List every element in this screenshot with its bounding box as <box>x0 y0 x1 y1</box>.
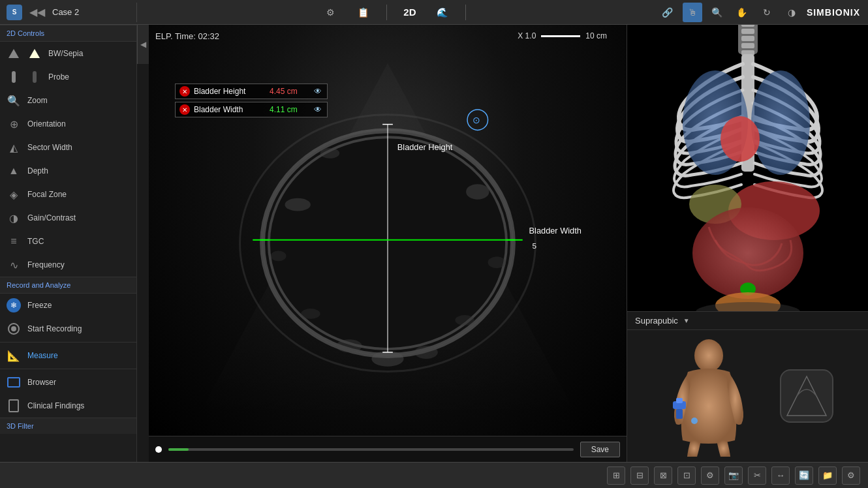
sidebar-label-gain-contrast: Gain/Contrast <box>27 213 76 222</box>
sidebar-label-zoom: Zoom <box>27 96 48 105</box>
svg-point-11 <box>414 346 437 359</box>
top-bar-icon-1[interactable]: ⚙ <box>321 3 341 22</box>
save-button[interactable]: Save <box>580 442 620 457</box>
sidebar-item-zoom[interactable]: 🔍 Zoom <box>0 89 136 112</box>
sidebar-item-freeze[interactable]: ❄ Freeze <box>0 294 136 317</box>
bottom-btn-tool1[interactable]: ⚙ <box>701 466 719 485</box>
mbox-label-width: Bladder Width <box>194 105 266 114</box>
svg-point-14 <box>455 315 474 326</box>
sidebar-section-2d-controls: 2D Controls <box>0 25 136 42</box>
mbox-label-height: Bladder Height <box>194 87 266 96</box>
sidebar-item-focal-zone[interactable]: ◈ Focal Zone <box>0 183 136 206</box>
measurement-boxes: ✕ Bladder Height 4.45 cm 👁 ✕ Bladder Wid… <box>175 84 328 117</box>
sidebar-divider-2 <box>0 369 136 369</box>
tgc-icon: ≡ <box>7 234 21 249</box>
sidebar-section-record: Record and Analyze <box>0 277 136 294</box>
sidebar-item-start-recording[interactable]: Start Recording <box>0 317 136 341</box>
bottom-btn-clip[interactable]: ✂ <box>748 466 766 485</box>
sidebar-item-frequency[interactable]: ∿ Frequency <box>0 253 136 277</box>
sidebar-item-bw-sepia[interactable]: BW/Sepia <box>0 42 136 65</box>
sidebar-label-tgc: TGC <box>27 237 44 246</box>
scale-label: X 1.0 <box>518 31 536 40</box>
close-width-button[interactable]: ✕ <box>179 104 190 115</box>
bottom-btn-settings[interactable]: ⚙ <box>842 466 860 485</box>
sepia-icon <box>27 46 42 61</box>
depth-icon: ▲ <box>7 164 21 178</box>
top-bar-center: ⚙ 📋 2D 🌊 <box>137 3 650 22</box>
sidebar-label-depth: Depth <box>27 166 48 175</box>
bottom-btn-size[interactable]: ↔ <box>771 466 790 485</box>
svg-point-13 <box>301 309 320 319</box>
mbox-value-width: 4.11 cm <box>270 105 309 114</box>
collapse-button[interactable]: ◀ <box>137 25 149 64</box>
svg-point-10 <box>336 339 362 352</box>
suprapubic-dropdown-arrow[interactable]: ▼ <box>683 317 690 324</box>
svg-point-56 <box>694 339 723 372</box>
case-title: Case 2 <box>52 7 79 17</box>
orientation-icon: ⊕ <box>7 117 21 131</box>
bottom-btn-layout4[interactable]: ⊡ <box>677 466 696 485</box>
bottom-btn-camera[interactable]: 📷 <box>724 466 743 485</box>
gain-contrast-icon: ◑ <box>7 211 21 225</box>
bottom-btn-rotate[interactable]: 🔄 <box>795 466 813 485</box>
top-bar-icon-3[interactable]: 🌊 <box>433 3 452 22</box>
bottom-btn-layout3[interactable]: ⊠ <box>654 466 672 485</box>
focal-zone-icon: ◈ <box>7 187 21 202</box>
ultrasound-view: 0 5 10 Bladder Height Bladder Width 5 ⊙ … <box>149 25 627 462</box>
freeze-icon: ❄ <box>7 298 21 313</box>
sidebar-item-probe[interactable]: Probe <box>0 65 136 89</box>
top-bar-icon-2[interactable]: 📋 <box>354 3 373 22</box>
measurement-box-height: ✕ Bladder Height 4.45 cm 👁 <box>175 84 328 99</box>
timeline-dot <box>155 446 162 453</box>
anatomy-svg <box>630 25 865 312</box>
bottom-btn-layout2[interactable]: ⊟ <box>630 466 649 485</box>
sidebar: 2D Controls BW/Sepia Probe 🔍 Zoom <box>0 25 137 462</box>
mbox-value-height: 4.45 cm <box>270 87 309 96</box>
sidebar-label-sector-width: Sector Width <box>27 143 72 152</box>
sidebar-item-orientation[interactable]: ⊕ Orientation <box>0 112 136 136</box>
sidebar-label-focal-zone: Focal Zone <box>27 190 67 199</box>
separator-2 <box>465 5 466 20</box>
ultrasound-header: ELP. Time: 02:32 <box>155 31 219 41</box>
mode-2d-button[interactable]: 2D <box>400 3 420 22</box>
svg-point-47 <box>721 116 760 162</box>
top-bar-left: S ◀◀ Case 2 <box>0 3 137 22</box>
sidebar-item-tgc[interactable]: ≡ TGC <box>0 230 136 253</box>
close-height-button[interactable]: ✕ <box>179 86 190 97</box>
sidebar-label-bw-sepia: BW/Sepia <box>48 49 83 58</box>
zoom-icon-btn[interactable]: 🔍 <box>707 3 727 22</box>
timeline-bar[interactable] <box>168 448 574 451</box>
measurement-box-width: ✕ Bladder Width 4.11 cm 👁 <box>175 102 328 117</box>
ultrasound-scale: X 1.0 10 cm <box>518 31 607 40</box>
refresh-icon-btn[interactable]: ↻ <box>757 3 777 22</box>
link-icon-btn[interactable]: 🔗 <box>658 3 677 22</box>
eye-height-button[interactable]: 👁 <box>313 86 323 97</box>
svg-text:⊙: ⊙ <box>473 115 480 125</box>
sidebar-divider-1 <box>0 342 136 343</box>
svg-text:5: 5 <box>532 241 536 251</box>
probe-icon-light <box>7 70 21 84</box>
sidebar-item-sector-width[interactable]: ◭ Sector Width <box>0 136 136 159</box>
browser-icon <box>7 375 21 389</box>
bottom-btn-layout1[interactable]: ⊞ <box>607 466 625 485</box>
suprapubic-label: Suprapubic <box>635 316 678 326</box>
sidebar-item-browser[interactable]: Browser <box>0 371 136 394</box>
anatomy-view <box>627 25 868 312</box>
bottom-btn-folder[interactable]: 📁 <box>818 466 837 485</box>
clinical-icon <box>7 399 21 413</box>
sector-width-icon: ◭ <box>7 140 21 155</box>
sidebar-item-depth[interactable]: ▲ Depth <box>0 159 136 183</box>
probe-view-svg <box>774 363 839 429</box>
contrast-icon-btn[interactable]: ◑ <box>782 3 801 22</box>
cursor-icon-btn[interactable]: 🖱 <box>683 3 702 22</box>
sidebar-item-measure[interactable]: 📐 Measure <box>0 344 136 367</box>
svg-point-8 <box>271 251 287 262</box>
eye-width-button[interactable]: 👁 <box>313 104 323 115</box>
collapse-sidebar-button[interactable]: ◀◀ <box>27 3 47 22</box>
svg-point-12 <box>371 351 403 367</box>
sidebar-label-clinical-findings: Clinical Findings <box>27 401 84 410</box>
sidebar-item-clinical-findings[interactable]: Clinical Findings <box>0 394 136 418</box>
measure-icon: 📐 <box>7 348 21 363</box>
sidebar-item-gain-contrast[interactable]: ◑ Gain/Contrast <box>0 206 136 230</box>
hand-icon-btn[interactable]: ✋ <box>732 3 752 22</box>
